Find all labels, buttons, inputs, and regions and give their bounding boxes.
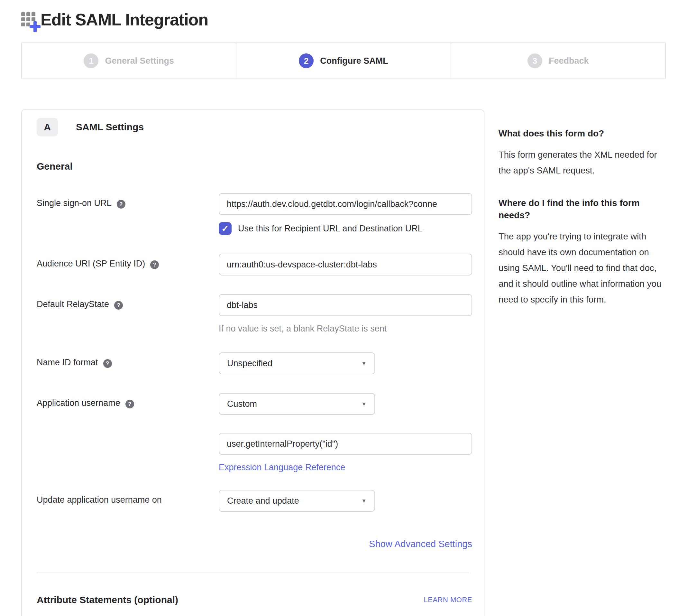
sso-url-label-wrap: Single sign-on URL ? <box>37 193 219 235</box>
audience-uri-label: Audience URI (SP Entity ID) <box>37 259 145 269</box>
relaystate-hint: If no value is set, a blank RelayState i… <box>219 324 472 334</box>
app-username-selected-value: Custom <box>227 399 257 409</box>
plus-icon <box>29 21 41 32</box>
section-divider <box>37 573 469 573</box>
help-icon[interactable]: ? <box>103 359 112 368</box>
step-2-circle: 2 <box>299 53 314 68</box>
sso-url-input[interactable] <box>219 193 472 215</box>
app-username-label-wrap: Application username ? <box>37 393 219 415</box>
edit-saml-integration-page: Edit SAML Integration 1 General Settings… <box>0 0 687 616</box>
chevron-down-icon: ▼ <box>361 361 367 366</box>
general-section-title: General <box>37 161 469 172</box>
help-icon[interactable]: ? <box>117 200 125 208</box>
audience-uri-input[interactable] <box>219 254 472 276</box>
nameid-format-label: Name ID format <box>37 357 98 368</box>
update-username-label: Update application username on <box>37 495 162 505</box>
learn-more-link[interactable]: LEARN MORE <box>424 596 472 604</box>
page-header: Edit SAML Integration <box>21 10 666 29</box>
relaystate-label-wrap: Default RelayState ? <box>37 294 219 334</box>
step-2-label: Configure SAML <box>320 56 388 66</box>
help-icon[interactable]: ? <box>114 301 123 310</box>
step-configure-saml[interactable]: 2 Configure SAML <box>236 43 450 79</box>
sso-url-label: Single sign-on URL <box>37 198 112 208</box>
update-username-label-wrap: Update application username on <box>37 490 219 512</box>
nameid-format-selected-value: Unspecified <box>227 358 272 369</box>
section-a-badge: A <box>37 118 58 136</box>
custom-expression-input[interactable] <box>219 433 472 455</box>
update-username-select[interactable]: Create and update ▼ <box>219 490 375 512</box>
app-username-label: Application username <box>37 398 120 408</box>
app-username-select[interactable]: Custom ▼ <box>219 393 375 415</box>
wizard-step-bar: 1 General Settings 2 Configure SAML 3 Fe… <box>21 43 666 79</box>
step-1-label: General Settings <box>105 56 174 66</box>
help-answer-2: The app you're trying to integrate with … <box>499 228 666 307</box>
recipient-url-checkbox[interactable]: ✓ <box>219 222 232 235</box>
audience-uri-label-wrap: Audience URI (SP Entity ID) ? <box>37 254 219 276</box>
nameid-format-select[interactable]: Unspecified ▼ <box>219 352 375 374</box>
app-grid-plus-icon <box>21 12 38 29</box>
saml-settings-card: A SAML Settings General Single sign-on U… <box>21 109 484 616</box>
help-icon[interactable]: ? <box>150 260 159 269</box>
help-answer-1: This form generates the XML needed for t… <box>499 147 666 178</box>
recipient-url-checkbox-label: Use this for Recipient URL and Destinati… <box>238 224 422 234</box>
help-panel: What does this form do? This form genera… <box>499 109 666 307</box>
step-3-label: Feedback <box>549 56 589 66</box>
help-question-1: What does this form do? <box>499 128 666 140</box>
nameid-format-label-wrap: Name ID format ? <box>37 352 219 374</box>
update-username-row: Update application username on Create an… <box>37 490 469 512</box>
attribute-statements-title: Attribute Statements (optional) <box>37 594 178 606</box>
relaystate-input[interactable] <box>219 294 472 316</box>
help-icon[interactable]: ? <box>125 400 134 409</box>
chevron-down-icon: ▼ <box>361 498 367 504</box>
page-title: Edit SAML Integration <box>41 10 208 29</box>
update-username-selected-value: Create and update <box>227 496 299 506</box>
chevron-down-icon: ▼ <box>361 401 367 407</box>
audience-uri-row: Audience URI (SP Entity ID) ? <box>37 254 469 276</box>
relaystate-label: Default RelayState <box>37 299 109 309</box>
step-1-circle: 1 <box>84 53 98 68</box>
nameid-format-row: Name ID format ? Unspecified ▼ <box>37 352 469 374</box>
custom-expression-row: Expression Language Reference <box>37 433 469 472</box>
app-username-row: Application username ? Custom ▼ <box>37 393 469 415</box>
help-question-2: Where do I find the info this form needs… <box>499 197 666 221</box>
expression-language-reference-link[interactable]: Expression Language Reference <box>219 462 345 472</box>
step-general-settings[interactable]: 1 General Settings <box>22 43 236 79</box>
step-feedback[interactable]: 3 Feedback <box>451 43 665 79</box>
show-advanced-settings-link[interactable]: Show Advanced Settings <box>369 539 472 549</box>
step-3-circle: 3 <box>527 53 542 68</box>
relaystate-row: Default RelayState ? If no value is set,… <box>37 294 469 334</box>
sso-url-row: Single sign-on URL ? ✓ Use this for Reci… <box>37 193 469 235</box>
saml-settings-title: SAML Settings <box>76 122 144 133</box>
